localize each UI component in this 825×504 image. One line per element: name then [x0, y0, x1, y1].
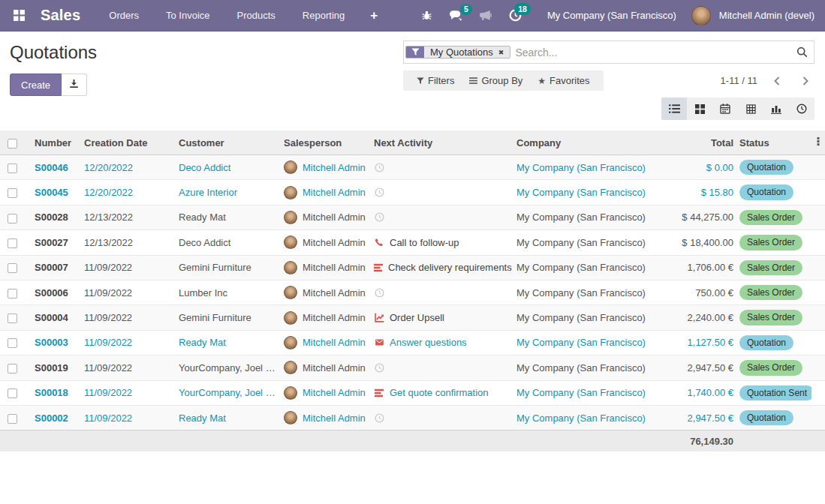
row-select-cell[interactable] — [0, 205, 32, 230]
row-checkbox[interactable] — [8, 388, 17, 398]
cell-creation-date[interactable]: 11/09/2022 — [81, 330, 176, 355]
row-checkbox[interactable] — [8, 414, 17, 424]
cell-salesperson[interactable]: Mitchell Admin — [281, 280, 371, 304]
phone-icon[interactable] — [374, 238, 384, 247]
row-checkbox[interactable] — [8, 338, 17, 348]
cell-number[interactable]: S00002 — [32, 405, 81, 430]
cell-company[interactable]: My Company (San Francisco) — [513, 205, 671, 230]
company-switcher[interactable]: My Company (San Francisco) — [531, 10, 690, 21]
export-button[interactable] — [62, 74, 87, 96]
cell-next-activity[interactable]: Call to follow-up — [371, 230, 513, 255]
row-select-cell[interactable] — [0, 155, 32, 180]
cell-company[interactable]: My Company (San Francisco) — [513, 280, 671, 304]
cell-number[interactable]: S00019 — [32, 356, 81, 380]
pivot-view-button[interactable] — [738, 98, 763, 120]
debug-bug-icon[interactable] — [414, 5, 440, 26]
cell-number[interactable]: S00007 — [32, 255, 81, 280]
cell-creation-date[interactable]: 12/20/2022 — [81, 155, 176, 180]
header-status[interactable]: Status — [736, 130, 811, 155]
cell-customer[interactable]: Lumber Inc — [176, 280, 281, 304]
favorites-button[interactable]: ★ Favorites — [531, 74, 595, 88]
cell-total[interactable]: 1,706.00 € — [671, 255, 736, 280]
graph-view-button[interactable] — [763, 98, 789, 120]
apps-grid-icon[interactable] — [11, 8, 27, 24]
cell-salesperson[interactable]: Mitchell Admin — [281, 255, 371, 280]
cell-company[interactable]: My Company (San Francisco) — [513, 180, 671, 205]
user-avatar[interactable] — [691, 6, 711, 26]
row-select-cell[interactable] — [0, 330, 32, 355]
cell-number[interactable]: S00028 — [32, 205, 81, 230]
cell-creation-date[interactable]: 11/09/2022 — [81, 280, 176, 304]
cell-total[interactable]: $ 44,275.00 — [671, 205, 736, 230]
row-checkbox[interactable] — [8, 188, 17, 198]
cell-next-activity[interactable] — [371, 205, 513, 230]
cell-next-activity[interactable] — [371, 155, 513, 180]
messages-icon[interactable]: 5 — [441, 5, 471, 26]
cell-creation-date[interactable]: 12/13/2022 — [81, 205, 176, 230]
cell-creation-date[interactable]: 12/20/2022 — [81, 180, 176, 205]
table-row[interactable]: S0002712/13/2022Deco AddictMitchell Admi… — [0, 230, 825, 255]
cell-creation-date[interactable]: 11/09/2022 — [81, 380, 176, 405]
row-select-cell[interactable] — [0, 356, 32, 380]
row-select-cell[interactable] — [0, 180, 32, 205]
cell-creation-date[interactable]: 11/09/2022 — [81, 255, 176, 280]
row-checkbox[interactable] — [8, 263, 17, 273]
row-checkbox[interactable] — [8, 314, 17, 323]
tasks-icon[interactable] — [374, 388, 384, 398]
row-checkbox[interactable] — [8, 164, 17, 173]
announcement-megaphone-icon[interactable] — [472, 5, 500, 26]
app-name[interactable]: Sales — [41, 7, 80, 24]
kanban-view-button[interactable] — [687, 98, 712, 120]
cell-company[interactable]: My Company (San Francisco) — [513, 330, 671, 355]
cell-salesperson[interactable]: Mitchell Admin — [281, 205, 371, 230]
search-facet[interactable]: My Quotations ✖ — [405, 46, 510, 58]
table-row[interactable]: S0000411/09/2022Gemini FurnitureMitchell… — [0, 305, 825, 330]
cell-number[interactable]: S00006 — [32, 280, 81, 304]
header-salesperson[interactable]: Salesperson — [281, 130, 371, 155]
cell-total[interactable]: 2,240.00 € — [671, 305, 736, 330]
cell-salesperson[interactable]: Mitchell Admin — [281, 155, 371, 180]
row-checkbox[interactable] — [8, 289, 17, 298]
header-creation-date[interactable]: Creation Date — [81, 130, 176, 155]
cell-total[interactable]: $ 18,400.00 — [671, 230, 736, 255]
row-checkbox[interactable] — [8, 238, 17, 248]
cell-salesperson[interactable]: Mitchell Admin — [281, 180, 371, 205]
clock-icon[interactable] — [374, 163, 384, 172]
row-select-cell[interactable] — [0, 230, 32, 255]
create-button[interactable]: Create — [10, 74, 62, 96]
cell-salesperson[interactable]: Mitchell Admin — [281, 230, 371, 255]
cell-salesperson[interactable]: Mitchell Admin — [281, 356, 371, 380]
cell-next-activity[interactable] — [371, 405, 513, 430]
tasks-icon[interactable] — [374, 263, 383, 272]
select-all-checkbox[interactable] — [8, 139, 17, 148]
cell-creation-date[interactable]: 11/09/2022 — [81, 405, 176, 430]
cell-next-activity[interactable]: Order Upsell — [371, 305, 513, 330]
cell-next-activity[interactable]: Get quote confirmation — [371, 380, 513, 405]
cell-creation-date[interactable]: 11/09/2022 — [81, 356, 176, 380]
cell-company[interactable]: My Company (San Francisco) — [513, 255, 671, 280]
cell-total[interactable]: 1,740.00 € — [671, 380, 736, 405]
row-select-cell[interactable] — [0, 255, 32, 280]
cell-total[interactable]: $ 15.80 — [671, 180, 736, 205]
cell-customer[interactable]: YourCompany, Joel Willis — [176, 380, 281, 405]
cell-customer[interactable]: Gemini Furniture — [176, 255, 281, 280]
row-select-cell[interactable] — [0, 405, 32, 430]
cell-customer[interactable]: YourCompany, Joel Willis — [176, 356, 281, 380]
cell-customer[interactable]: Deco Addict — [176, 230, 281, 255]
filters-button[interactable]: Filters — [411, 74, 460, 88]
cell-customer[interactable]: Gemini Furniture — [176, 305, 281, 330]
calendar-view-button[interactable] — [712, 98, 738, 120]
clock-icon[interactable] — [374, 363, 384, 373]
envelope-icon[interactable] — [374, 338, 384, 346]
cell-company[interactable]: My Company (San Francisco) — [513, 356, 671, 380]
pager-next-icon[interactable] — [796, 74, 814, 88]
cell-customer[interactable]: Ready Mat — [176, 330, 281, 355]
cell-number[interactable]: S00027 — [32, 230, 81, 255]
cell-customer[interactable]: Ready Mat — [176, 405, 281, 430]
header-company[interactable]: Company — [513, 130, 671, 155]
cell-customer[interactable]: Azure Interior — [176, 180, 281, 205]
cell-total[interactable]: 2,947.50 € — [671, 405, 736, 430]
cell-salesperson[interactable]: Mitchell Admin — [281, 380, 371, 405]
cell-creation-date[interactable]: 11/09/2022 — [81, 305, 176, 330]
table-row[interactable]: S0000311/09/2022Ready MatMitchell AdminA… — [0, 330, 825, 355]
